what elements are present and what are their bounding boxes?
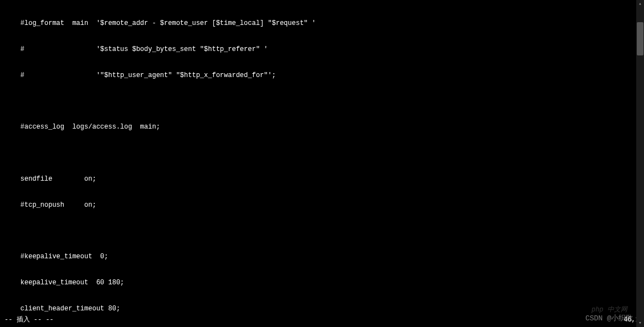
vertical-scrollbar[interactable]: ▴ ▾	[636, 0, 644, 327]
editor-mode: -- 插入 -- --	[4, 316, 54, 325]
code-line: #keepalive_timeout 0;	[4, 253, 640, 262]
code-line: sendfile on;	[4, 175, 640, 184]
code-line: keepalive_timeout 60 180;	[4, 279, 640, 288]
status-bar: -- 插入 -- -- 46,1	[0, 316, 644, 325]
code-line	[4, 227, 640, 236]
code-line: #access_log logs/access.log main;	[4, 123, 640, 132]
code-line	[4, 98, 640, 106]
terminal-editor[interactable]: #log_format main '$remote_addr - $remote…	[0, 0, 644, 327]
code-line	[4, 149, 640, 158]
scroll-up-icon[interactable]: ▴	[637, 1, 643, 7]
code-line: client_header_timeout 80;	[4, 305, 640, 314]
code-line: #log_format main '$remote_addr - $remote…	[4, 19, 640, 28]
scrollbar-thumb[interactable]	[637, 22, 643, 55]
code-line: #tcp_nopush on;	[4, 201, 640, 210]
code-line: # '$status $body_bytes_sent "$http_refer…	[4, 45, 640, 54]
scroll-down-icon[interactable]: ▾	[637, 320, 643, 326]
code-line: # '"$http_user_agent" "$http_x_forwarded…	[4, 71, 640, 80]
